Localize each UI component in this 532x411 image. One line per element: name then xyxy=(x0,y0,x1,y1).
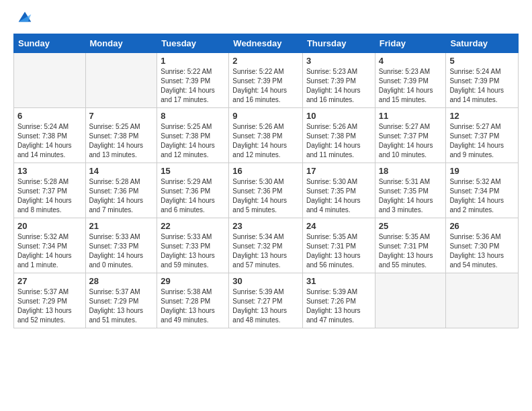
day-info: Sunrise: 5:25 AM Sunset: 7:38 PM Dayligh… xyxy=(89,122,154,160)
calendar-cell: 17Sunrise: 5:30 AM Sunset: 7:35 PM Dayli… xyxy=(302,163,375,218)
calendar-cell: 24Sunrise: 5:35 AM Sunset: 7:31 PM Dayli… xyxy=(302,218,375,273)
calendar-cell: 25Sunrise: 5:35 AM Sunset: 7:31 PM Dayli… xyxy=(375,218,446,273)
day-info: Sunrise: 5:39 AM Sunset: 7:27 PM Dayligh… xyxy=(232,287,299,325)
day-info: Sunrise: 5:22 AM Sunset: 7:39 PM Dayligh… xyxy=(161,67,225,105)
weekday-header-thursday: Thursday xyxy=(302,34,375,53)
calendar-cell: 30Sunrise: 5:39 AM Sunset: 7:27 PM Dayli… xyxy=(229,273,303,328)
day-info: Sunrise: 5:37 AM Sunset: 7:29 PM Dayligh… xyxy=(17,287,82,325)
calendar-cell: 14Sunrise: 5:28 AM Sunset: 7:36 PM Dayli… xyxy=(85,163,157,218)
day-number: 28 xyxy=(89,276,154,286)
weekday-header-friday: Friday xyxy=(375,34,446,53)
calendar-cell: 21Sunrise: 5:33 AM Sunset: 7:33 PM Dayli… xyxy=(85,218,157,273)
calendar-cell: 18Sunrise: 5:31 AM Sunset: 7:35 PM Dayli… xyxy=(375,163,446,218)
day-number: 13 xyxy=(17,166,82,176)
weekday-header-tuesday: Tuesday xyxy=(157,34,229,53)
day-info: Sunrise: 5:23 AM Sunset: 7:39 PM Dayligh… xyxy=(379,67,443,105)
calendar-cell: 29Sunrise: 5:38 AM Sunset: 7:28 PM Dayli… xyxy=(157,273,229,328)
day-number: 27 xyxy=(17,276,82,286)
day-info: Sunrise: 5:32 AM Sunset: 7:34 PM Dayligh… xyxy=(17,232,82,270)
day-number: 19 xyxy=(449,166,515,176)
day-info: Sunrise: 5:26 AM Sunset: 7:38 PM Dayligh… xyxy=(306,122,371,160)
day-number: 15 xyxy=(161,166,225,176)
day-number: 2 xyxy=(232,56,299,66)
day-info: Sunrise: 5:28 AM Sunset: 7:37 PM Dayligh… xyxy=(17,177,82,215)
day-number: 31 xyxy=(306,276,371,286)
calendar-cell xyxy=(85,53,157,108)
day-number: 9 xyxy=(232,111,299,121)
calendar-cell: 4Sunrise: 5:23 AM Sunset: 7:39 PM Daylig… xyxy=(375,53,446,108)
day-number: 24 xyxy=(306,221,371,231)
calendar-cell: 10Sunrise: 5:26 AM Sunset: 7:38 PM Dayli… xyxy=(302,108,375,163)
calendar-cell: 5Sunrise: 5:24 AM Sunset: 7:39 PM Daylig… xyxy=(446,53,519,108)
calendar-cell: 8Sunrise: 5:25 AM Sunset: 7:38 PM Daylig… xyxy=(157,108,229,163)
week-row-3: 13Sunrise: 5:28 AM Sunset: 7:37 PM Dayli… xyxy=(14,163,519,218)
day-info: Sunrise: 5:34 AM Sunset: 7:32 PM Dayligh… xyxy=(232,232,299,270)
week-row-5: 27Sunrise: 5:37 AM Sunset: 7:29 PM Dayli… xyxy=(14,273,519,328)
calendar: SundayMondayTuesdayWednesdayThursdayFrid… xyxy=(13,34,519,328)
day-number: 12 xyxy=(449,111,515,121)
calendar-cell: 16Sunrise: 5:30 AM Sunset: 7:36 PM Dayli… xyxy=(229,163,303,218)
day-number: 5 xyxy=(449,56,515,66)
day-info: Sunrise: 5:22 AM Sunset: 7:39 PM Dayligh… xyxy=(232,67,299,105)
calendar-cell xyxy=(446,273,519,328)
day-number: 30 xyxy=(232,276,299,286)
day-number: 26 xyxy=(449,221,515,231)
day-number: 8 xyxy=(161,111,225,121)
page: SundayMondayTuesdayWednesdayThursdayFrid… xyxy=(0,0,532,411)
day-info: Sunrise: 5:24 AM Sunset: 7:39 PM Dayligh… xyxy=(449,67,515,105)
calendar-cell: 31Sunrise: 5:39 AM Sunset: 7:26 PM Dayli… xyxy=(302,273,375,328)
week-row-2: 6Sunrise: 5:24 AM Sunset: 7:38 PM Daylig… xyxy=(14,108,519,163)
day-number: 21 xyxy=(89,221,154,231)
weekday-header-saturday: Saturday xyxy=(446,34,519,53)
day-number: 4 xyxy=(379,56,443,66)
calendar-cell: 22Sunrise: 5:33 AM Sunset: 7:33 PM Dayli… xyxy=(157,218,229,273)
calendar-cell: 27Sunrise: 5:37 AM Sunset: 7:29 PM Dayli… xyxy=(14,273,86,328)
day-number: 10 xyxy=(306,111,371,121)
day-number: 22 xyxy=(161,221,225,231)
day-number: 18 xyxy=(379,166,443,176)
day-number: 14 xyxy=(89,166,154,176)
day-info: Sunrise: 5:28 AM Sunset: 7:36 PM Dayligh… xyxy=(89,177,154,215)
day-number: 29 xyxy=(161,276,225,286)
calendar-cell: 7Sunrise: 5:25 AM Sunset: 7:38 PM Daylig… xyxy=(85,108,157,163)
day-number: 3 xyxy=(306,56,371,66)
day-info: Sunrise: 5:39 AM Sunset: 7:26 PM Dayligh… xyxy=(306,287,371,325)
day-number: 6 xyxy=(17,111,82,121)
calendar-cell xyxy=(14,53,86,108)
weekday-header-wednesday: Wednesday xyxy=(229,34,303,53)
calendar-cell: 11Sunrise: 5:27 AM Sunset: 7:37 PM Dayli… xyxy=(375,108,446,163)
calendar-cell: 26Sunrise: 5:36 AM Sunset: 7:30 PM Dayli… xyxy=(446,218,519,273)
weekday-header-row: SundayMondayTuesdayWednesdayThursdayFrid… xyxy=(14,34,519,53)
calendar-cell: 23Sunrise: 5:34 AM Sunset: 7:32 PM Dayli… xyxy=(229,218,303,273)
week-row-4: 20Sunrise: 5:32 AM Sunset: 7:34 PM Dayli… xyxy=(14,218,519,273)
day-info: Sunrise: 5:26 AM Sunset: 7:38 PM Dayligh… xyxy=(232,122,299,160)
day-number: 7 xyxy=(89,111,154,121)
day-info: Sunrise: 5:31 AM Sunset: 7:35 PM Dayligh… xyxy=(379,177,443,215)
day-info: Sunrise: 5:24 AM Sunset: 7:38 PM Dayligh… xyxy=(17,122,82,160)
day-info: Sunrise: 5:38 AM Sunset: 7:28 PM Dayligh… xyxy=(161,287,225,325)
day-info: Sunrise: 5:35 AM Sunset: 7:31 PM Dayligh… xyxy=(306,232,371,270)
header xyxy=(13,11,519,27)
day-info: Sunrise: 5:32 AM Sunset: 7:34 PM Dayligh… xyxy=(449,177,515,215)
calendar-cell: 6Sunrise: 5:24 AM Sunset: 7:38 PM Daylig… xyxy=(14,108,86,163)
day-info: Sunrise: 5:33 AM Sunset: 7:33 PM Dayligh… xyxy=(161,232,225,270)
weekday-header-monday: Monday xyxy=(85,34,157,53)
day-info: Sunrise: 5:30 AM Sunset: 7:36 PM Dayligh… xyxy=(232,177,299,215)
calendar-cell: 20Sunrise: 5:32 AM Sunset: 7:34 PM Dayli… xyxy=(14,218,86,273)
calendar-cell: 9Sunrise: 5:26 AM Sunset: 7:38 PM Daylig… xyxy=(229,108,303,163)
day-info: Sunrise: 5:29 AM Sunset: 7:36 PM Dayligh… xyxy=(161,177,225,215)
day-info: Sunrise: 5:25 AM Sunset: 7:38 PM Dayligh… xyxy=(161,122,225,160)
calendar-cell: 12Sunrise: 5:27 AM Sunset: 7:37 PM Dayli… xyxy=(446,108,519,163)
day-number: 1 xyxy=(161,56,225,66)
week-row-1: 1Sunrise: 5:22 AM Sunset: 7:39 PM Daylig… xyxy=(14,53,519,108)
day-number: 11 xyxy=(379,111,443,121)
day-info: Sunrise: 5:23 AM Sunset: 7:39 PM Dayligh… xyxy=(306,67,371,105)
calendar-cell: 2Sunrise: 5:22 AM Sunset: 7:39 PM Daylig… xyxy=(229,53,303,108)
calendar-cell: 1Sunrise: 5:22 AM Sunset: 7:39 PM Daylig… xyxy=(157,53,229,108)
day-info: Sunrise: 5:27 AM Sunset: 7:37 PM Dayligh… xyxy=(379,122,443,160)
calendar-cell: 15Sunrise: 5:29 AM Sunset: 7:36 PM Dayli… xyxy=(157,163,229,218)
day-info: Sunrise: 5:27 AM Sunset: 7:37 PM Dayligh… xyxy=(449,122,515,160)
logo xyxy=(13,11,34,27)
calendar-cell: 19Sunrise: 5:32 AM Sunset: 7:34 PM Dayli… xyxy=(446,163,519,218)
day-number: 17 xyxy=(306,166,371,176)
